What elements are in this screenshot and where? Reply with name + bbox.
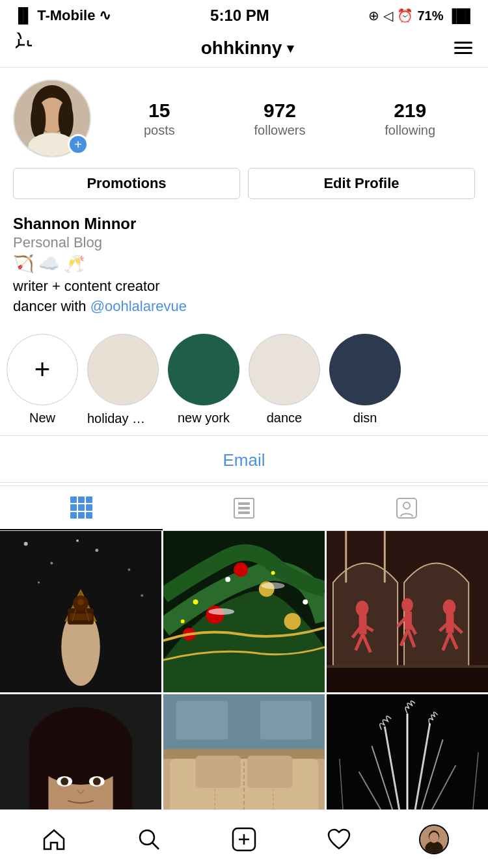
following-count: 219: [394, 100, 426, 122]
promotions-button[interactable]: Promotions: [13, 168, 240, 199]
svg-point-58: [443, 599, 456, 615]
svg-point-30: [77, 599, 84, 605]
story-label-newyork: new york: [178, 411, 230, 426]
story-item-dance[interactable]: dance: [249, 334, 320, 426]
story-circle-dance: [249, 334, 320, 405]
svg-rect-71: [113, 746, 133, 810]
bio-emojis: 🏹 ☁️ 🥂: [13, 254, 475, 274]
story-label-new: New: [29, 411, 55, 426]
story-item-holiday[interactable]: holiday 🥂 ...: [87, 334, 159, 426]
story-item-new[interactable]: + New: [7, 334, 78, 426]
profile-nav-button[interactable]: [414, 820, 454, 859]
svg-rect-83: [196, 755, 241, 788]
activity-nav-button[interactable]: [319, 820, 359, 859]
svg-point-41: [181, 619, 185, 623]
divider-2: [0, 482, 488, 483]
svg-point-20: [128, 568, 130, 571]
battery-label: 71%: [417, 8, 443, 23]
bottom-nav: [0, 809, 488, 868]
svg-point-14: [403, 502, 410, 509]
bio-section: Shannon Minnor Personal Blog 🏹 ☁️ 🥂 writ…: [0, 206, 488, 323]
posts-count: 15: [148, 100, 170, 122]
add-post-icon: [230, 826, 258, 853]
username-text: ohhkinny: [201, 38, 282, 59]
svg-point-21: [38, 581, 40, 583]
story-label-holiday: holiday 🥂 ...: [87, 411, 159, 426]
alarm-icon: ⏰: [397, 8, 413, 23]
svg-point-38: [225, 576, 230, 582]
svg-rect-64: [327, 666, 488, 692]
grid-icon: [70, 496, 92, 519]
story-item-disn[interactable]: disn: [329, 334, 401, 426]
tab-bar: [0, 485, 488, 531]
username-dropdown[interactable]: ohhkinny ▾: [201, 38, 293, 59]
avatar-wrapper[interactable]: +: [13, 79, 91, 157]
followers-label: followers: [254, 123, 306, 138]
svg-point-5: [31, 101, 46, 139]
status-carrier: ▐▌ T-Mobile ∿: [13, 7, 111, 24]
profile-name: Shannon Minnor: [13, 215, 475, 233]
svg-point-35: [284, 613, 301, 630]
followers-stat[interactable]: 972 followers: [254, 100, 306, 138]
story-item-newyork[interactable]: new york: [168, 334, 239, 426]
tab-feed[interactable]: [163, 486, 325, 530]
chevron-down-icon: ▾: [287, 40, 293, 56]
edit-profile-button[interactable]: Edit Profile: [248, 168, 475, 199]
svg-point-19: [95, 549, 98, 552]
svg-rect-70: [29, 746, 49, 810]
bio-text: writer + content creator dancer with @oo…: [13, 277, 475, 317]
svg-point-74: [61, 778, 68, 785]
svg-point-22: [76, 539, 79, 541]
following-label: following: [385, 123, 435, 138]
history-icon[interactable]: [16, 33, 40, 63]
svg-point-106: [429, 832, 439, 843]
svg-rect-11: [238, 507, 250, 509]
add-story-icon: +: [34, 354, 51, 385]
email-section: Email: [0, 439, 488, 480]
photo-cell-2[interactable]: [163, 531, 325, 692]
svg-line-99: [152, 843, 159, 849]
profile-top: + 15 posts 972 followers 219 following: [13, 79, 475, 157]
add-post-nav-button[interactable]: [224, 820, 264, 859]
feed-icon: [233, 497, 255, 519]
photo-cell-1[interactable]: [0, 531, 161, 692]
svg-point-43: [262, 582, 285, 589]
bio-link[interactable]: @oohlalarevue: [90, 298, 187, 314]
svg-point-23: [141, 594, 143, 597]
heart-icon: [325, 826, 353, 853]
svg-point-42: [208, 608, 234, 615]
tab-grid[interactable]: [0, 486, 163, 530]
status-time: 5:10 PM: [210, 7, 269, 25]
search-icon: [135, 826, 163, 853]
email-link[interactable]: Email: [223, 450, 265, 470]
home-icon: [40, 826, 68, 853]
stories-row: + New holiday 🥂 ... new york dance disn: [0, 323, 488, 433]
svg-point-39: [271, 571, 275, 575]
story-circle-new: +: [7, 334, 78, 405]
photo-grid: [0, 531, 488, 856]
signal-icon: ▐▌: [13, 7, 33, 24]
location-icon: ◁: [383, 8, 393, 23]
home-nav-button[interactable]: [34, 820, 74, 859]
photo-cell-3[interactable]: [327, 531, 488, 692]
svg-point-17: [24, 541, 28, 545]
screen-record-icon: ⊕: [368, 8, 379, 23]
hamburger-menu-icon[interactable]: [454, 42, 472, 54]
profile-section: + 15 posts 972 followers 219 following P…: [0, 68, 488, 206]
add-story-button[interactable]: +: [68, 134, 88, 155]
story-circle-disn: [329, 334, 401, 405]
svg-point-46: [356, 601, 369, 616]
profile-nav-avatar: [419, 824, 449, 854]
story-circle-newyork: [168, 334, 239, 405]
search-nav-button[interactable]: [129, 820, 169, 859]
tagged-icon: [396, 497, 418, 519]
bio-line2: dancer with: [13, 298, 90, 314]
status-right-icons: ⊕ ◁ ⏰ 71% ▐█▌: [368, 8, 475, 23]
svg-point-37: [193, 599, 198, 604]
following-stat[interactable]: 219 following: [385, 100, 435, 138]
svg-point-18: [50, 562, 53, 564]
tab-tagged[interactable]: [325, 486, 488, 530]
posts-stat[interactable]: 15 posts: [144, 100, 175, 138]
profile-category: Personal Blog: [13, 234, 475, 251]
posts-label: posts: [144, 123, 175, 138]
